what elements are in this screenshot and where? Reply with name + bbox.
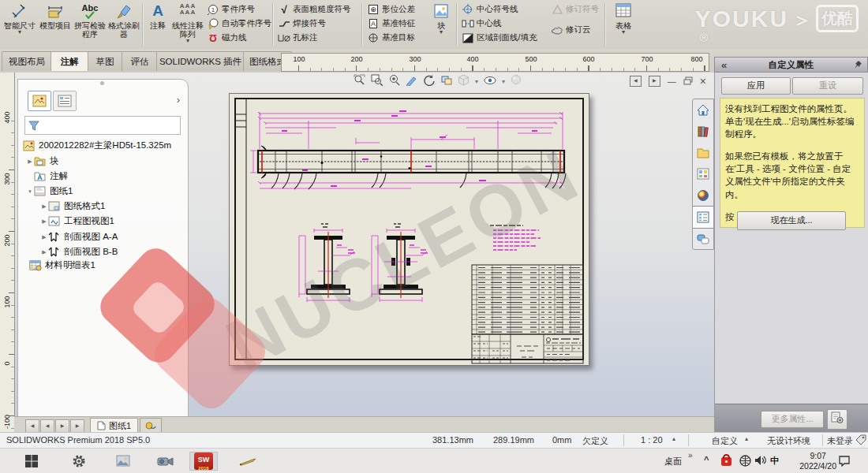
zoom-fit-icon[interactable] (354, 74, 365, 89)
expand-tree-button[interactable]: › (177, 94, 180, 106)
expand-arrow-icon[interactable]: ▶ (40, 234, 48, 240)
settings-app-button[interactable] (65, 452, 93, 471)
expand-arrow-icon[interactable]: ▶ (40, 249, 48, 255)
tray-security-icon[interactable] (720, 454, 733, 469)
magnetic-line-button[interactable]: Ω 磁力线 (207, 31, 271, 45)
sheet-scale[interactable]: 1 : 20 (641, 435, 663, 445)
hole-callout-button[interactable]: 孔标注 (278, 31, 351, 45)
tray-volume-icon[interactable] (754, 455, 767, 467)
drawing-sheet[interactable] (229, 93, 589, 366)
ime-indicator[interactable]: 中 (770, 455, 779, 467)
reset-button[interactable]: 重设 (792, 77, 863, 95)
linear-note-pattern-button[interactable]: AAA AAA 线性注释阵列 ▾ (171, 2, 204, 47)
featuremanager-tab[interactable] (28, 91, 51, 111)
minimize-button[interactable]: — (668, 77, 676, 85)
last-sheet-button[interactable]: ▶ (70, 419, 84, 432)
pan-icon[interactable] (440, 74, 452, 89)
tree-item-blocks[interactable]: ▶ 块 (26, 154, 59, 169)
note-button[interactable]: A 注释 (144, 2, 171, 47)
first-sheet-button[interactable]: ◀ (25, 419, 39, 432)
property-editor-button[interactable] (827, 409, 847, 430)
expand-arrow-icon[interactable]: ▶ (40, 218, 48, 225)
rotate-view-icon[interactable] (423, 74, 435, 89)
chevron-down-icon[interactable]: ▾ (609, 30, 638, 35)
previous-sheet-button[interactable]: ◀ (40, 419, 54, 432)
tree-item-bom[interactable]: 材料明细表1 (29, 258, 95, 273)
tables-button[interactable]: 表格 ▾ (609, 2, 638, 47)
generate-now-button[interactable]: 现在生成... (737, 211, 846, 230)
tree-item-sheet1[interactable]: ▼ 图纸1 (26, 184, 73, 199)
collapse-arrow-icon[interactable]: ▼ (26, 189, 34, 194)
datum-target-button[interactable]: 基准目标 (367, 31, 415, 45)
revision-cloud-button[interactable]: 修订云 (551, 23, 599, 37)
restore-button[interactable] (683, 74, 693, 88)
datum-feature-button[interactable]: A 基准特征 (367, 17, 415, 31)
pin-icon[interactable] (853, 59, 862, 73)
tab-annotation[interactable]: 注解 (51, 51, 88, 71)
forum-tab[interactable] (693, 229, 713, 250)
units-selector[interactable]: 自定义 (712, 435, 738, 447)
action-center-icon[interactable] (838, 455, 851, 468)
surface-finish-button[interactable]: √ 表面粗糙度符号 (278, 2, 351, 17)
start-button[interactable] (17, 452, 46, 471)
login-status[interactable]: 未登录 (827, 435, 853, 447)
appearances-tab[interactable] (693, 184, 713, 206)
annotation-tool-button[interactable] (234, 452, 262, 471)
tree-filter-input[interactable] (43, 119, 180, 132)
smart-dimension-button[interactable]: 智能尺寸 ▾ (2, 2, 38, 47)
home-tab[interactable] (693, 99, 713, 121)
graphics-area[interactable]: ▾ ▾ ◀ ▶ — × 400 300 200 100 0 -100 (0, 73, 714, 432)
tree-item-annotations[interactable]: 注解 (34, 169, 68, 184)
sheet1-tab[interactable]: 图纸1 (90, 418, 138, 432)
desktop-toolbar-label[interactable]: 桌面 (664, 456, 682, 467)
view-annotations-icon[interactable] (406, 74, 417, 89)
chevron-down-icon[interactable]: ▾ (475, 78, 478, 85)
chevron-down-icon[interactable]: ▾ (429, 30, 453, 35)
taskbar-clock[interactable]: 9:07 2022/4/20 (799, 451, 836, 471)
apply-button[interactable]: 应用 (721, 77, 791, 95)
tag-icon[interactable] (855, 434, 866, 447)
tab-view-layout[interactable]: 视图布局 (2, 51, 52, 71)
collapse-pane-button[interactable]: « (721, 58, 727, 73)
model-items-button[interactable]: 模型项目 (38, 2, 73, 47)
area-hatch-button[interactable]: 区域剖面线/填充 (462, 31, 537, 45)
file-explorer-tab[interactable] (693, 142, 713, 163)
centerline-button[interactable]: 中心线 (462, 17, 537, 31)
geometric-tolerance-button[interactable]: ⊕ 形位公差 (367, 2, 415, 17)
tree-item-sheet-format1[interactable]: ▶ 图纸格式1 (40, 199, 105, 214)
center-mark-button[interactable]: 中心符号线 (462, 2, 537, 17)
blocks-button[interactable]: 块 ▾ (429, 2, 453, 47)
tab-solidworks-addins[interactable]: SOLIDWORKS 插件 (156, 51, 245, 71)
hide-show-items-icon[interactable] (484, 74, 496, 88)
zoom-in-out-icon[interactable] (388, 74, 400, 89)
chevron-down-icon[interactable]: ▾ (502, 78, 505, 85)
camera-app-button[interactable] (152, 452, 180, 471)
propertymanager-tab[interactable] (53, 91, 77, 111)
view-palette-tab[interactable] (693, 163, 713, 184)
units-caret-icon[interactable]: ▴ (745, 435, 748, 442)
tree-root-item[interactable]: 2002012282#主梁HD5t-15.325m (23, 138, 171, 153)
custom-properties-tab[interactable] (693, 206, 713, 229)
photos-app-button[interactable] (109, 452, 137, 471)
spell-checker-button[interactable]: Abc 拼写检验程序 (73, 2, 107, 47)
expand-arrow-icon[interactable]: ▶ (40, 203, 48, 210)
previous-window-button[interactable]: ◀ (630, 76, 642, 87)
close-icon[interactable]: × (700, 76, 706, 86)
balloon-button[interactable]: 1 零件序号 (207, 2, 271, 17)
more-properties-button[interactable]: 更多属性... (761, 411, 824, 428)
add-sheet-tab[interactable] (140, 418, 162, 432)
tab-sketch[interactable]: 草图 (87, 51, 123, 71)
next-window-button[interactable]: ▶ (649, 76, 660, 87)
format-painter-button[interactable]: 格式涂刷器 (107, 2, 140, 47)
next-sheet-button[interactable]: ▶ (55, 419, 69, 432)
panel-resize-handle[interactable] (100, 81, 104, 85)
expand-arrow-icon[interactable]: ▶ (26, 158, 34, 165)
auto-balloon-button[interactable]: 自动零件序号 (207, 17, 271, 31)
toolbar-overflow-icon[interactable]: » (688, 451, 693, 460)
zoom-area-icon[interactable] (371, 74, 383, 89)
tray-network-icon[interactable] (739, 454, 752, 469)
weld-symbol-button[interactable]: 焊接符号 (278, 17, 351, 31)
design-library-tab[interactable] (693, 121, 713, 142)
tree-item-section-view-aa[interactable]: ▶ 剖面视图 A-A (40, 229, 118, 244)
chevron-down-icon[interactable]: ▾ (2, 30, 38, 35)
